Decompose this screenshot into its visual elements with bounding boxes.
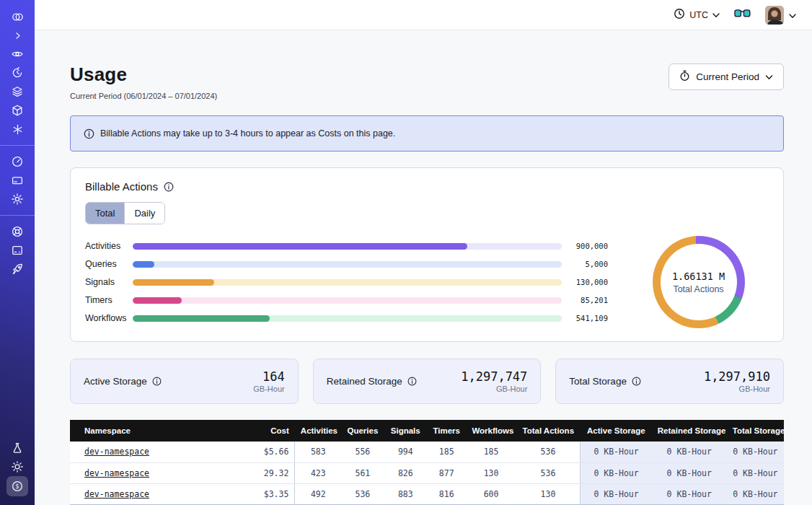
column-header-retained-storage: Retained Storage [652, 420, 727, 442]
bar-track [133, 297, 562, 304]
column-header-queries: Queries [341, 420, 384, 442]
column-header-cost: Cost [234, 420, 295, 442]
donut-ring: 1.66131 M Total Actions [653, 236, 745, 328]
signals-cell: 826 [384, 462, 427, 483]
info-banner-text: Billable Actions may take up to 3-4 hour… [100, 128, 395, 139]
total-storage-cell: 0 KB-Hour [727, 483, 784, 504]
sun-icon[interactable] [5, 457, 30, 476]
namespace-link[interactable]: dev-namespace [84, 468, 149, 478]
total-actions-label: Total Actions [673, 284, 723, 294]
lifebuoy-icon[interactable] [5, 222, 30, 241]
credit-card-icon[interactable] [5, 171, 30, 190]
cost-cell: $3.35 [234, 483, 295, 504]
chevron-down-icon [765, 71, 773, 82]
bar-fill [133, 261, 154, 268]
bar-value: 5,000 [562, 260, 608, 268]
gear-icon[interactable] [5, 190, 30, 208]
layers-icon[interactable] [5, 82, 30, 101]
timers-cell: 185 [427, 442, 466, 462]
flask-icon[interactable] [5, 439, 30, 457]
info-icon[interactable] [164, 182, 174, 192]
table-header-row: Namespace Cost Activities Queries Signal… [70, 420, 784, 442]
queries-cell: 536 [341, 483, 384, 504]
namespace-link[interactable]: dev-namespace [84, 489, 149, 499]
storage-card-label: Retained Storage [327, 376, 402, 387]
bar-value: 541,109 [562, 314, 608, 322]
bar-track [133, 279, 562, 286]
period-selector-button[interactable]: Current Period [668, 63, 784, 90]
gauge-icon[interactable] [5, 152, 30, 171]
column-header-signals: Signals [384, 420, 427, 442]
feedback-monitor-icon[interactable] [5, 241, 30, 260]
timers-cell: 877 [427, 462, 466, 483]
namespace-link[interactable]: dev-namespace [84, 447, 149, 457]
svg-text:$: $ [15, 483, 19, 490]
bar-row-signals: Signals 130,000 [85, 273, 608, 291]
cube-icon[interactable] [5, 101, 30, 120]
namespace-usage-table: Namespace Cost Activities Queries Signal… [70, 420, 784, 505]
bar-row-queries: Queries 5,000 [85, 255, 608, 273]
actions-bar-chart: Activities 900,000 Queries 5,000 Signals [85, 237, 628, 328]
retained-storage-cell: 0 KB-Hour [652, 483, 727, 504]
info-icon[interactable] [632, 377, 641, 386]
column-header-namespace: Namespace [70, 420, 234, 442]
bar-label: Timers [85, 295, 133, 305]
app-root: $ UTC Usage Curr [0, 0, 812, 505]
active-storage-card: Active Storage 164 GB-Hour [70, 359, 299, 404]
page-title: Usage [70, 63, 217, 86]
stopwatch-icon [679, 70, 690, 84]
collapse-chevron-icon[interactable] [5, 26, 30, 45]
storage-card-label: Active Storage [84, 376, 147, 387]
total-actions-cell: 130 [516, 483, 581, 504]
storage-card-label: Total Storage [569, 376, 627, 387]
retained-storage-card: Retained Storage 1,297,747 GB-Hour [313, 359, 542, 404]
rocket-icon[interactable] [5, 260, 30, 278]
retained-storage-cell: 0 KB-Hour [652, 462, 727, 483]
table-row: dev-namespace 29.32 423 561 826 877 130 … [70, 462, 784, 483]
total-actions-cell: 536 [516, 442, 581, 462]
info-icon[interactable] [407, 377, 417, 386]
glasses-icon[interactable] [734, 9, 751, 22]
workflows-cell: 600 [466, 483, 516, 504]
tab-daily[interactable]: Daily [124, 203, 164, 224]
table-row: dev-namespace $5.66 583 556 994 185 185 … [70, 442, 784, 462]
queries-cell: 561 [341, 462, 384, 483]
history-icon[interactable] [5, 63, 30, 82]
total-storage-cell: 0 KB-Hour [727, 442, 784, 462]
active-storage-cell: 0 KB-Hour [581, 483, 652, 504]
tab-total[interactable]: Total [86, 203, 124, 224]
usage-coin-icon[interactable]: $ [6, 476, 28, 496]
signals-cell: 883 [384, 483, 427, 504]
info-icon [84, 128, 94, 139]
bar-fill [133, 297, 182, 304]
activities-cell: 423 [295, 462, 341, 483]
chevron-down-icon [712, 10, 720, 20]
info-icon[interactable] [152, 377, 162, 386]
storage-card-value: 1,297,747 [461, 369, 527, 384]
info-banner: Billable Actions may take up to 3-4 hour… [70, 115, 784, 152]
storage-card-value: 1,297,910 [704, 369, 770, 384]
bar-row-activities: Activities 900,000 [85, 237, 608, 255]
temporal-logo-icon[interactable] [5, 7, 30, 26]
account-menu[interactable] [765, 6, 796, 25]
donut-center: 1.66131 M Total Actions [661, 244, 737, 320]
column-header-active-storage: Active Storage [581, 420, 652, 442]
asterisk-icon[interactable] [5, 120, 30, 139]
column-header-total-actions: Total Actions [516, 420, 581, 442]
eye-icon[interactable] [5, 45, 30, 63]
sidebar-divider [0, 215, 35, 216]
column-header-total-storage: Total Storage [727, 420, 784, 442]
chevron-down-icon [789, 9, 796, 22]
storage-card-unit: GB-Hour [461, 385, 527, 393]
queries-cell: 556 [341, 442, 384, 462]
billable-chart: Activities 900,000 Queries 5,000 Signals [85, 236, 769, 328]
bar-label: Activities [85, 241, 133, 251]
table-row: dev-namespace $3.35 492 536 883 816 600 … [70, 483, 784, 504]
storage-card-value: 164 [253, 369, 284, 384]
bar-value: 85,201 [562, 296, 608, 304]
storage-card-unit: GB-Hour [704, 385, 770, 393]
total-storage-cell: 0 KB-Hour [727, 462, 784, 483]
main-area: UTC Usage Current Period (06/01/2024 – 0… [35, 0, 812, 505]
active-storage-cell: 0 KB-Hour [581, 442, 652, 462]
timezone-selector[interactable]: UTC [674, 8, 720, 22]
